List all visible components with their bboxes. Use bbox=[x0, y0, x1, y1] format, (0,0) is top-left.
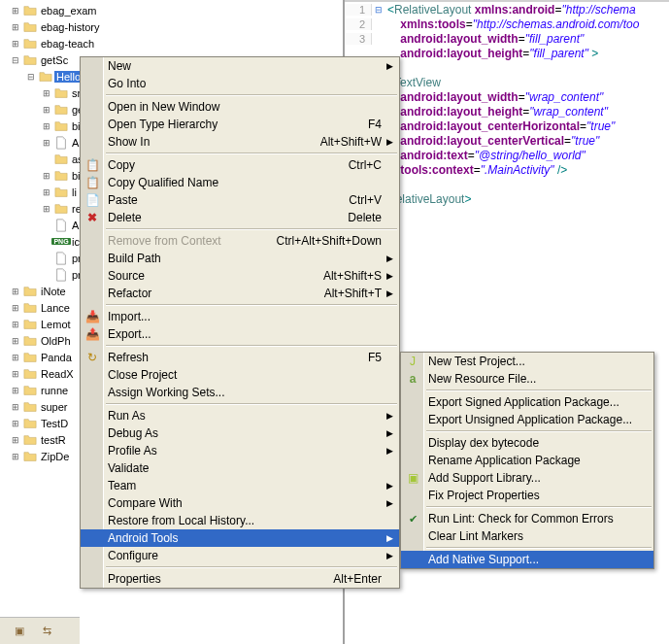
link-editor-icon[interactable]: ⇆ bbox=[37, 622, 56, 641]
expand-toggle[interactable] bbox=[8, 39, 23, 49]
menu-item[interactable]: Debug As▶ bbox=[81, 424, 399, 442]
expand-toggle[interactable] bbox=[8, 452, 23, 461]
menu-item[interactable]: Display dex bytecode bbox=[401, 434, 653, 452]
folder-icon bbox=[23, 400, 37, 414]
expand-toggle[interactable] bbox=[8, 386, 23, 395]
menu-item[interactable]: Close Project bbox=[81, 366, 399, 384]
menu-item: Remove from ContextCtrl+Alt+Shift+Down bbox=[81, 232, 399, 250]
tree-label: Lance bbox=[39, 302, 72, 314]
menu-item[interactable]: Configure▶ bbox=[81, 547, 399, 564]
fold-icon[interactable]: ⊟ bbox=[372, 5, 385, 15]
tree-label: getSc bbox=[39, 54, 70, 66]
expand-toggle[interactable] bbox=[8, 369, 23, 379]
expand-toggle[interactable] bbox=[39, 138, 54, 148]
menu-item[interactable]: aNew Resource File... bbox=[401, 370, 653, 388]
tree-label: testR bbox=[39, 434, 68, 446]
android-tools-submenu[interactable]: JNew Test Project...aNew Resource File..… bbox=[400, 352, 654, 569]
tree-label: OldPh bbox=[39, 335, 73, 347]
tree-item[interactable]: ebag-teach bbox=[6, 35, 343, 51]
menu-item[interactable]: New▶ bbox=[81, 57, 399, 75]
expand-toggle[interactable] bbox=[39, 187, 54, 197]
menu-item[interactable]: Build Path▶ bbox=[81, 250, 399, 267]
code-line[interactable]: 1⊟<RelativeLayout xmlns:android="http://… bbox=[345, 2, 669, 17]
expand-toggle[interactable] bbox=[8, 419, 23, 428]
menu-item[interactable]: Run As▶ bbox=[81, 407, 399, 424]
menu-item[interactable]: Restore from Local History... bbox=[81, 512, 399, 529]
collapse-all-icon[interactable]: ▣ bbox=[10, 622, 29, 641]
menu-item[interactable]: Fix Project Properties bbox=[401, 487, 653, 504]
file-icon bbox=[54, 219, 68, 232]
code-line[interactable]: 2 xmlns:tools="http://schemas.android.co… bbox=[345, 17, 669, 31]
menu-item[interactable]: 📋Copy Qualified Name bbox=[81, 174, 399, 191]
menu-item[interactable]: Compare With▶ bbox=[81, 494, 399, 512]
folder-icon bbox=[23, 20, 37, 34]
expand-toggle[interactable] bbox=[8, 6, 23, 16]
expand-toggle[interactable] bbox=[39, 121, 54, 131]
menu-item[interactable]: ↻RefreshF5 bbox=[81, 349, 399, 366]
expand-toggle[interactable] bbox=[8, 353, 23, 362]
menu-shortcut: Ctrl+C bbox=[349, 158, 399, 172]
menu-item[interactable]: SourceAlt+Shift+S▶ bbox=[81, 267, 399, 285]
menu-item[interactable]: 📋CopyCtrl+C bbox=[81, 156, 399, 174]
menu-item[interactable]: Export Signed Application Package... bbox=[401, 393, 653, 411]
menu-item[interactable]: Team▶ bbox=[81, 477, 399, 494]
expand-toggle[interactable] bbox=[8, 336, 23, 346]
expand-toggle[interactable] bbox=[39, 88, 54, 98]
folder-icon bbox=[23, 301, 37, 315]
tree-label: ebag-teach bbox=[39, 38, 96, 50]
code-content: android:text="@string/hello_world" bbox=[385, 149, 585, 162]
tree-label: TestD bbox=[39, 418, 70, 429]
expand-toggle[interactable] bbox=[39, 204, 54, 214]
expand-toggle[interactable] bbox=[8, 55, 23, 65]
menu-item[interactable]: JNew Test Project... bbox=[401, 353, 653, 370]
menu-item[interactable]: Profile As▶ bbox=[81, 442, 399, 459]
menu-item[interactable]: PropertiesAlt+Enter bbox=[81, 570, 399, 588]
folder-icon bbox=[54, 119, 68, 133]
menu-item[interactable]: Add Native Support... bbox=[401, 551, 653, 568]
submenu-arrow-icon: ▶ bbox=[386, 254, 393, 263]
submenu-arrow-icon: ▶ bbox=[386, 533, 393, 543]
code-content: android:layout_width="wrap_content" bbox=[385, 90, 603, 104]
menu-item[interactable]: Go Into bbox=[81, 75, 399, 92]
expand-toggle[interactable] bbox=[8, 320, 23, 329]
expand-toggle[interactable] bbox=[8, 287, 23, 296]
menu-label: New bbox=[108, 59, 399, 73]
tree-item[interactable]: ebag-history bbox=[6, 18, 343, 35]
menu-item[interactable]: 📄PasteCtrl+V bbox=[81, 191, 399, 209]
copy-icon: 📋 bbox=[84, 157, 100, 173]
menu-item[interactable]: Android Tools▶ bbox=[81, 529, 399, 547]
menu-label: Run As bbox=[108, 409, 399, 423]
expand-toggle[interactable] bbox=[39, 105, 54, 115]
menu-item[interactable]: ▣Add Support Library... bbox=[401, 469, 653, 487]
expand-toggle[interactable] bbox=[39, 171, 54, 181]
menu-item[interactable]: Rename Application Package bbox=[401, 452, 653, 469]
menu-item[interactable]: Validate bbox=[81, 459, 399, 477]
folder-icon bbox=[54, 86, 68, 100]
menu-item[interactable]: Open Type HierarchyF4 bbox=[81, 116, 399, 133]
expand-toggle[interactable] bbox=[8, 22, 23, 32]
menu-item[interactable]: Show InAlt+Shift+W▶ bbox=[81, 133, 399, 151]
tree-label: super bbox=[39, 401, 70, 413]
menu-item[interactable]: Assign Working Sets... bbox=[81, 384, 399, 401]
folder-icon bbox=[23, 417, 37, 430]
menu-item[interactable]: Open in New Window bbox=[81, 98, 399, 116]
menu-item[interactable]: RefactorAlt+Shift+T▶ bbox=[81, 285, 399, 302]
submenu-arrow-icon: ▶ bbox=[386, 288, 393, 298]
menu-item[interactable]: Clear Lint Markers bbox=[401, 527, 653, 545]
paste-icon: 📄 bbox=[84, 192, 100, 208]
menu-item[interactable]: Export Unsigned Application Package... bbox=[401, 411, 653, 428]
tree-item[interactable]: ebag_exam bbox=[6, 2, 343, 18]
menu-item[interactable]: ✖DeleteDelete bbox=[81, 209, 399, 226]
code-line[interactable]: 3 android:layout_width="fill_parent" bbox=[345, 31, 669, 46]
expand-toggle[interactable] bbox=[8, 303, 23, 313]
menu-item[interactable]: 📥Import... bbox=[81, 308, 399, 325]
expand-toggle[interactable] bbox=[23, 72, 39, 82]
menu-label: Team bbox=[108, 479, 399, 492]
folder-icon bbox=[54, 186, 68, 199]
expand-toggle[interactable] bbox=[8, 435, 23, 445]
menu-label: Copy Qualified Name bbox=[108, 176, 399, 189]
menu-item[interactable]: ✔Run Lint: Check for Common Errors bbox=[401, 510, 653, 527]
menu-item[interactable]: 📤Export... bbox=[81, 325, 399, 343]
context-menu[interactable]: New▶Go IntoOpen in New WindowOpen Type H… bbox=[80, 56, 400, 589]
expand-toggle[interactable] bbox=[8, 402, 23, 412]
